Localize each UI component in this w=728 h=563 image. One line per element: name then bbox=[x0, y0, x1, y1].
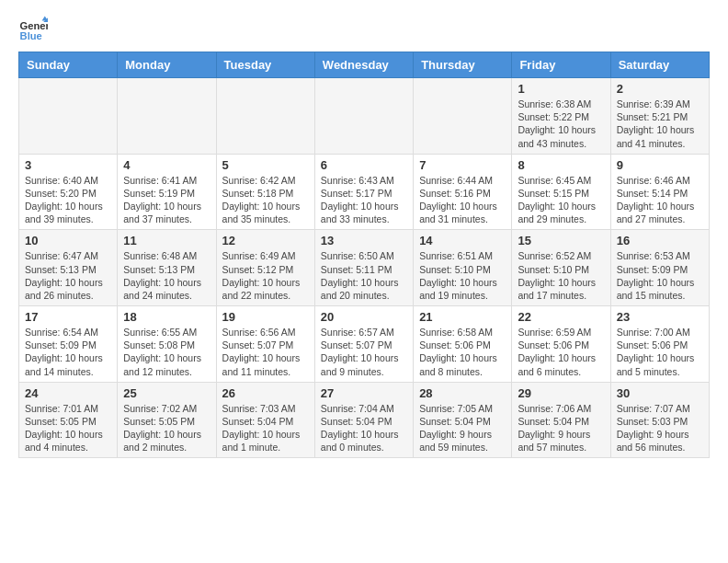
calendar-cell: 3Sunrise: 6:40 AM Sunset: 5:20 PM Daylig… bbox=[19, 154, 118, 230]
day-info: Sunrise: 7:05 AM Sunset: 5:04 PM Dayligh… bbox=[419, 402, 506, 454]
calendar-cell: 8Sunrise: 6:45 AM Sunset: 5:15 PM Daylig… bbox=[512, 154, 610, 230]
day-info: Sunrise: 6:44 AM Sunset: 5:16 PM Dayligh… bbox=[419, 174, 506, 226]
calendar-cell: 4Sunrise: 6:41 AM Sunset: 5:19 PM Daylig… bbox=[118, 154, 216, 230]
day-info: Sunrise: 6:45 AM Sunset: 5:15 PM Dayligh… bbox=[518, 174, 604, 226]
day-info: Sunrise: 6:49 AM Sunset: 5:12 PM Dayligh… bbox=[222, 249, 309, 302]
weekday-header-friday: Friday bbox=[512, 52, 610, 78]
page-container: General Blue SundayMondayTuesdayWednesda… bbox=[0, 0, 728, 458]
calendar-cell bbox=[216, 78, 314, 155]
day-info: Sunrise: 6:53 AM Sunset: 5:09 PM Dayligh… bbox=[617, 249, 703, 302]
day-info: Sunrise: 6:41 AM Sunset: 5:19 PM Dayligh… bbox=[123, 174, 210, 226]
calendar-cell: 10Sunrise: 6:47 AM Sunset: 5:13 PM Dayli… bbox=[19, 230, 118, 306]
day-number: 22 bbox=[518, 310, 604, 324]
day-number: 29 bbox=[518, 386, 604, 400]
day-number: 25 bbox=[123, 386, 210, 400]
calendar-cell: 25Sunrise: 7:02 AM Sunset: 5:05 PM Dayli… bbox=[118, 382, 216, 458]
day-number: 11 bbox=[123, 234, 210, 247]
calendar-cell: 22Sunrise: 6:59 AM Sunset: 5:06 PM Dayli… bbox=[512, 306, 610, 383]
calendar-cell: 11Sunrise: 6:48 AM Sunset: 5:13 PM Dayli… bbox=[118, 230, 216, 306]
calendar-cell: 19Sunrise: 6:56 AM Sunset: 5:07 PM Dayli… bbox=[216, 306, 314, 383]
calendar-cell: 16Sunrise: 6:53 AM Sunset: 5:09 PM Dayli… bbox=[610, 230, 709, 306]
day-number: 24 bbox=[25, 386, 111, 400]
day-info: Sunrise: 6:59 AM Sunset: 5:06 PM Dayligh… bbox=[518, 326, 604, 378]
day-info: Sunrise: 7:00 AM Sunset: 5:06 PM Dayligh… bbox=[617, 326, 703, 378]
day-number: 2 bbox=[617, 82, 703, 96]
week-row-4: 24Sunrise: 7:01 AM Sunset: 5:05 PM Dayli… bbox=[19, 382, 710, 458]
calendar-cell: 18Sunrise: 6:55 AM Sunset: 5:08 PM Dayli… bbox=[118, 306, 216, 383]
svg-text:Blue: Blue bbox=[20, 30, 42, 41]
day-info: Sunrise: 6:40 AM Sunset: 5:20 PM Dayligh… bbox=[25, 174, 111, 226]
day-info: Sunrise: 7:06 AM Sunset: 5:04 PM Dayligh… bbox=[518, 402, 604, 454]
day-info: Sunrise: 6:57 AM Sunset: 5:07 PM Dayligh… bbox=[321, 326, 407, 378]
day-info: Sunrise: 6:43 AM Sunset: 5:17 PM Dayligh… bbox=[321, 174, 407, 226]
calendar-cell: 29Sunrise: 7:06 AM Sunset: 5:04 PM Dayli… bbox=[512, 382, 610, 458]
day-number: 19 bbox=[222, 310, 309, 324]
weekday-header-row: SundayMondayTuesdayWednesdayThursdayFrid… bbox=[19, 52, 710, 78]
day-info: Sunrise: 6:56 AM Sunset: 5:07 PM Dayligh… bbox=[222, 326, 309, 378]
calendar-cell: 26Sunrise: 7:03 AM Sunset: 5:04 PM Dayli… bbox=[216, 382, 314, 458]
day-number: 28 bbox=[419, 386, 506, 400]
day-number: 13 bbox=[321, 234, 407, 247]
week-row-1: 3Sunrise: 6:40 AM Sunset: 5:20 PM Daylig… bbox=[19, 154, 710, 230]
calendar-cell: 1Sunrise: 6:38 AM Sunset: 5:22 PM Daylig… bbox=[512, 78, 610, 155]
calendar-cell: 20Sunrise: 6:57 AM Sunset: 5:07 PM Dayli… bbox=[314, 306, 413, 383]
weekday-header-wednesday: Wednesday bbox=[314, 52, 413, 78]
day-info: Sunrise: 7:04 AM Sunset: 5:04 PM Dayligh… bbox=[321, 402, 407, 454]
day-number: 30 bbox=[617, 386, 703, 400]
calendar-cell: 28Sunrise: 7:05 AM Sunset: 5:04 PM Dayli… bbox=[414, 382, 512, 458]
week-row-0: 1Sunrise: 6:38 AM Sunset: 5:22 PM Daylig… bbox=[19, 78, 710, 155]
weekday-header-tuesday: Tuesday bbox=[216, 52, 314, 78]
calendar-cell: 6Sunrise: 6:43 AM Sunset: 5:17 PM Daylig… bbox=[314, 154, 413, 230]
day-info: Sunrise: 7:01 AM Sunset: 5:05 PM Dayligh… bbox=[25, 402, 111, 454]
calendar-cell: 12Sunrise: 6:49 AM Sunset: 5:12 PM Dayli… bbox=[216, 230, 314, 306]
day-info: Sunrise: 7:03 AM Sunset: 5:04 PM Dayligh… bbox=[222, 402, 309, 454]
day-info: Sunrise: 6:55 AM Sunset: 5:08 PM Dayligh… bbox=[123, 326, 210, 378]
calendar-cell: 27Sunrise: 7:04 AM Sunset: 5:04 PM Dayli… bbox=[314, 382, 413, 458]
calendar-cell bbox=[314, 78, 413, 155]
day-number: 18 bbox=[123, 310, 210, 324]
day-number: 14 bbox=[419, 234, 506, 247]
calendar-cell: 14Sunrise: 6:51 AM Sunset: 5:10 PM Dayli… bbox=[414, 230, 512, 306]
calendar-cell: 30Sunrise: 7:07 AM Sunset: 5:03 PM Dayli… bbox=[610, 382, 709, 458]
day-info: Sunrise: 6:50 AM Sunset: 5:11 PM Dayligh… bbox=[321, 249, 407, 302]
day-number: 3 bbox=[25, 158, 111, 172]
calendar-cell: 7Sunrise: 6:44 AM Sunset: 5:16 PM Daylig… bbox=[414, 154, 512, 230]
weekday-header-monday: Monday bbox=[118, 52, 216, 78]
weekday-header-thursday: Thursday bbox=[414, 52, 512, 78]
day-number: 23 bbox=[617, 310, 703, 324]
day-info: Sunrise: 6:58 AM Sunset: 5:06 PM Dayligh… bbox=[419, 326, 506, 378]
calendar-cell: 5Sunrise: 6:42 AM Sunset: 5:18 PM Daylig… bbox=[216, 154, 314, 230]
day-number: 16 bbox=[617, 234, 703, 247]
day-number: 20 bbox=[321, 310, 407, 324]
day-number: 7 bbox=[419, 158, 506, 172]
week-row-3: 17Sunrise: 6:54 AM Sunset: 5:09 PM Dayli… bbox=[19, 306, 710, 383]
day-number: 15 bbox=[518, 234, 604, 247]
calendar-cell bbox=[414, 78, 512, 155]
calendar-cell: 15Sunrise: 6:52 AM Sunset: 5:10 PM Dayli… bbox=[512, 230, 610, 306]
calendar-cell: 24Sunrise: 7:01 AM Sunset: 5:05 PM Dayli… bbox=[19, 382, 118, 458]
weekday-header-sunday: Sunday bbox=[19, 52, 118, 78]
calendar-cell: 13Sunrise: 6:50 AM Sunset: 5:11 PM Dayli… bbox=[314, 230, 413, 306]
calendar-cell: 17Sunrise: 6:54 AM Sunset: 5:09 PM Dayli… bbox=[19, 306, 118, 383]
day-info: Sunrise: 6:54 AM Sunset: 5:09 PM Dayligh… bbox=[25, 326, 111, 378]
logo-icon: General Blue bbox=[18, 15, 48, 44]
day-info: Sunrise: 6:42 AM Sunset: 5:18 PM Dayligh… bbox=[222, 174, 309, 226]
day-info: Sunrise: 7:02 AM Sunset: 5:05 PM Dayligh… bbox=[123, 402, 210, 454]
calendar-cell: 2Sunrise: 6:39 AM Sunset: 5:21 PM Daylig… bbox=[610, 78, 709, 155]
calendar-cell bbox=[19, 78, 118, 155]
day-info: Sunrise: 6:39 AM Sunset: 5:21 PM Dayligh… bbox=[617, 98, 703, 150]
day-info: Sunrise: 6:48 AM Sunset: 5:13 PM Dayligh… bbox=[123, 249, 210, 302]
calendar-container: SundayMondayTuesdayWednesdayThursdayFrid… bbox=[0, 52, 728, 458]
day-number: 21 bbox=[419, 310, 506, 324]
page-header: General Blue bbox=[0, 0, 728, 52]
day-number: 17 bbox=[25, 310, 111, 324]
day-number: 1 bbox=[518, 82, 604, 96]
day-number: 6 bbox=[321, 158, 407, 172]
day-number: 4 bbox=[123, 158, 210, 172]
day-info: Sunrise: 6:52 AM Sunset: 5:10 PM Dayligh… bbox=[518, 249, 604, 302]
calendar-cell: 9Sunrise: 6:46 AM Sunset: 5:14 PM Daylig… bbox=[610, 154, 709, 230]
day-info: Sunrise: 6:47 AM Sunset: 5:13 PM Dayligh… bbox=[25, 249, 111, 302]
calendar-cell bbox=[118, 78, 216, 155]
calendar-cell: 23Sunrise: 7:00 AM Sunset: 5:06 PM Dayli… bbox=[610, 306, 709, 383]
calendar-table: SundayMondayTuesdayWednesdayThursdayFrid… bbox=[18, 52, 710, 458]
